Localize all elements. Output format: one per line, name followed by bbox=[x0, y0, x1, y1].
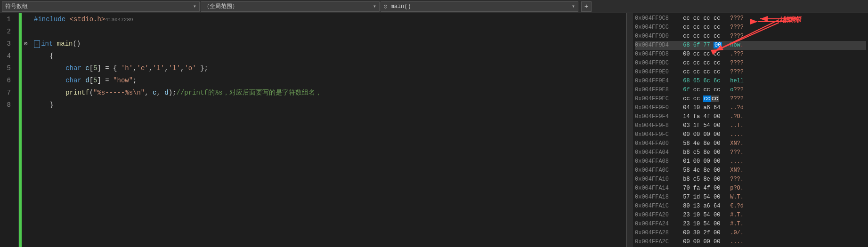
code-text-3: -int main() bbox=[34, 40, 81, 48]
line-numbers: 1 2 3 4 5 6 7 8 bbox=[0, 13, 19, 247]
code-scrollbar[interactable] bbox=[626, 13, 633, 247]
toolbar-scope-label: （全局范围） bbox=[204, 2, 238, 10]
mem-bytes-5: cc cc cc cc bbox=[680, 60, 727, 66]
mem-row-19: 0x004FFA14 70 fa 4f 00 p?O. bbox=[635, 183, 866, 192]
mem-ascii-15: ???. bbox=[727, 149, 755, 156]
mem-row-7: 0x004FF9E4 68 65 6c 6c hell bbox=[635, 77, 866, 86]
mem-bytes-23: 23 10 54 00 bbox=[680, 221, 727, 227]
toolbar-symbol-label: 符号数组 bbox=[5, 2, 28, 10]
toolbar-symbol-dropdown[interactable]: 符号数组 ▾ bbox=[2, 1, 200, 12]
mem-ascii-20: W.T. bbox=[727, 194, 755, 200]
toolbar-add-button[interactable]: + bbox=[581, 1, 592, 12]
code-text-8: } bbox=[34, 101, 54, 109]
mem-ascii-1: ???? bbox=[727, 24, 755, 31]
collapse-row-2 bbox=[22, 25, 30, 38]
mem-addr-14: 0x004FFA00 bbox=[635, 140, 680, 147]
line-num-1: 1 bbox=[4, 13, 15, 25]
memory-panel: 结束符 0x004FF9C8 cc cc cc cc ?? bbox=[633, 13, 868, 247]
mem-bytes-19: 70 fa 4f 00 bbox=[680, 185, 727, 191]
mem-addr-17: 0x004FFA0C bbox=[635, 167, 680, 174]
mem-addr-18: 0x004FFA10 bbox=[635, 176, 680, 183]
mem-row-14: 0x004FFA00 58 4e 8e 00 XN?. bbox=[635, 139, 866, 148]
collapse-row-4 bbox=[22, 50, 30, 62]
toolbar-symbol-arrow: ▾ bbox=[193, 3, 196, 10]
mem-ascii-10: ..?d bbox=[727, 104, 755, 111]
mem-row-10: 0x004FF9F0 04 10 a6 64 ..?d bbox=[635, 104, 866, 112]
line-num-4: 4 bbox=[4, 50, 15, 62]
mem-addr-12: 0x004FF9F8 bbox=[635, 122, 680, 129]
code-line-7[interactable]: printf("%s-----%s\n", c, d);//printf的%s，… bbox=[34, 87, 626, 99]
mem-bytes-20: 57 1d 54 00 bbox=[680, 194, 727, 200]
code-text-6: char d[5] = "how"; bbox=[34, 77, 137, 84]
mem-ascii-25: .... bbox=[727, 239, 755, 245]
line-num-7: 7 bbox=[4, 87, 15, 99]
line-num-6: 6 bbox=[4, 74, 15, 87]
toolbar-function-label: ◎ main() bbox=[384, 3, 411, 10]
mem-row-15: 0x004FFA04 b8 c5 8e 00 ???. bbox=[635, 148, 866, 157]
line-num-5: 5 bbox=[4, 62, 15, 74]
mem-addr-22: 0x004FFA20 bbox=[635, 212, 680, 218]
code-line-1[interactable]: #include <stdio.h>413047289 bbox=[34, 13, 626, 25]
mem-row-5: 0x004FF9DC cc cc cc cc ???? bbox=[635, 59, 866, 68]
mem-row-0: 0x004FF9C8 cc cc cc cc ???? bbox=[635, 14, 866, 23]
mem-addr-2: 0x004FF9D0 bbox=[635, 33, 680, 40]
toolbar-function-dropdown[interactable]: ◎ main() ▾ bbox=[381, 1, 578, 12]
mem-row-18: 0x004FFA10 b8 c5 8e 00 ???. bbox=[635, 175, 866, 183]
code-line-4[interactable]: { bbox=[34, 50, 626, 62]
mem-addr-15: 0x004FFA04 bbox=[635, 149, 680, 156]
mem-ascii-2: ???? bbox=[727, 33, 755, 40]
mem-bytes-22: 23 10 54 00 bbox=[680, 212, 727, 218]
mem-bytes-10: 04 10 a6 64 bbox=[680, 104, 727, 111]
mem-bytes-2: cc cc cc cc bbox=[680, 33, 727, 40]
mem-addr-4: 0x004FF9D8 bbox=[635, 51, 680, 57]
mem-ascii-17: XN?. bbox=[727, 167, 755, 174]
mem-addr-21: 0x004FFA1C bbox=[635, 203, 680, 209]
mem-row-9: 0x004FF9EC cc cc cccc ???? bbox=[635, 95, 866, 104]
mem-bytes-16: 01 00 00 00 bbox=[680, 158, 727, 165]
mem-addr-25: 0x004FFA2C bbox=[635, 239, 680, 245]
mem-row-8: 0x004FF9E8 6f cc cc cc o??? bbox=[635, 86, 866, 95]
collapse-row-3[interactable]: ⊝ bbox=[22, 38, 30, 50]
mem-bytes-0: cc cc cc cc bbox=[680, 15, 727, 22]
collapse-row-7 bbox=[22, 87, 30, 99]
mem-bytes-24: 00 30 2f 00 bbox=[680, 230, 727, 236]
mem-bytes-8: 6f cc cc cc bbox=[680, 87, 727, 93]
memory-rows-container: 0x004FF9C8 cc cc cc cc ???? 0x004FF9CC c… bbox=[633, 13, 868, 247]
mem-addr-24: 0x004FFA28 bbox=[635, 230, 680, 236]
mem-ascii-23: #.T. bbox=[727, 221, 755, 227]
collapse-row-5 bbox=[22, 62, 30, 74]
mem-row-3: 0x004FF9D4 68 6f 77 00 how. bbox=[635, 41, 866, 50]
mem-bytes-7: 68 65 6c 6c bbox=[680, 78, 727, 84]
mem-ascii-21: €.?d bbox=[727, 203, 755, 209]
mem-row-20: 0x004FFA18 57 1d 54 00 W.T. bbox=[635, 192, 866, 201]
code-line-3[interactable]: -int main() bbox=[34, 38, 626, 50]
mem-addr-7: 0x004FF9E4 bbox=[635, 78, 680, 84]
mem-bytes-6: cc cc cc cc bbox=[680, 69, 727, 75]
mem-ascii-16: .... bbox=[727, 158, 755, 165]
code-text-7: printf("%s-----%s\n", c, d);//printf的%s，… bbox=[34, 88, 322, 97]
mem-bytes-17: 58 4e 8e 00 bbox=[680, 167, 727, 174]
mem-ascii-13: .... bbox=[727, 131, 755, 138]
mem-ascii-18: ???. bbox=[727, 176, 755, 183]
code-text-2 bbox=[34, 28, 38, 35]
mem-ascii-14: XN?. bbox=[727, 140, 755, 147]
mem-row-22: 0x004FFA20 23 10 54 00 #.T. bbox=[635, 210, 866, 219]
mem-ascii-5: ???? bbox=[727, 60, 755, 66]
mem-addr-23: 0x004FFA24 bbox=[635, 221, 680, 227]
collapse-column: ⊝ bbox=[22, 13, 30, 247]
mem-addr-11: 0x004FF9F4 bbox=[635, 113, 680, 120]
mem-addr-13: 0x004FF9FC bbox=[635, 131, 680, 138]
mem-row-17: 0x004FFA0C 58 4e 8e 00 XN?. bbox=[635, 166, 866, 175]
mem-bytes-21: 80 13 a6 64 bbox=[680, 203, 727, 209]
mem-row-16: 0x004FFA08 01 00 00 00 .... bbox=[635, 157, 866, 166]
code-line-8[interactable]: } bbox=[34, 99, 626, 111]
mem-bytes-4: 00 cc cc cc bbox=[680, 51, 727, 57]
code-line-2[interactable] bbox=[34, 25, 626, 38]
toolbar-scope-dropdown[interactable]: （全局范围） ▾ bbox=[201, 1, 380, 12]
mem-bytes-15: b8 c5 8e 00 bbox=[680, 149, 727, 156]
code-line-6[interactable]: char d[5] = "how"; bbox=[34, 74, 626, 87]
code-line-5[interactable]: char c[5] = { 'h','e','l','l','o' }; bbox=[34, 62, 626, 74]
mem-addr-1: 0x004FF9CC bbox=[635, 24, 680, 31]
mem-addr-3: 0x004FF9D4 bbox=[635, 42, 680, 48]
mem-row-1: 0x004FF9CC cc cc cc cc ???? bbox=[635, 23, 866, 32]
